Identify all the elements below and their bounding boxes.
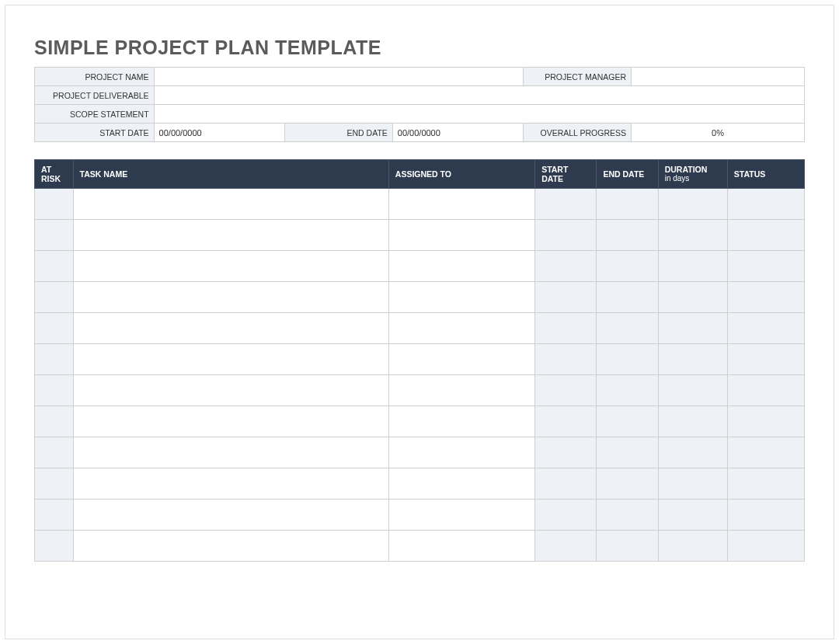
cell-assigned-to[interactable]	[388, 251, 534, 282]
cell-status[interactable]	[727, 282, 804, 313]
cell-status[interactable]	[727, 406, 804, 437]
cell-end-date[interactable]	[597, 406, 658, 437]
cell-at-risk[interactable]	[35, 437, 74, 468]
cell-duration[interactable]	[658, 468, 727, 500]
cell-at-risk[interactable]	[35, 282, 74, 313]
cell-end-date[interactable]	[597, 251, 658, 282]
cell-duration[interactable]	[658, 500, 727, 531]
cell-start-date[interactable]	[535, 468, 597, 500]
start-date-value[interactable]: 00/00/0000	[154, 124, 284, 142]
cell-end-date[interactable]	[597, 375, 658, 406]
cell-start-date[interactable]	[535, 437, 597, 468]
cell-duration[interactable]	[658, 220, 727, 251]
project-deliverable-label: PROJECT DELIVERABLE	[35, 86, 155, 105]
cell-duration[interactable]	[658, 189, 727, 220]
cell-status[interactable]	[727, 251, 804, 282]
cell-end-date[interactable]	[597, 437, 658, 468]
project-name-value[interactable]	[154, 68, 524, 86]
cell-start-date[interactable]	[535, 189, 597, 220]
cell-task-name[interactable]	[73, 313, 388, 344]
cell-task-name[interactable]	[73, 531, 388, 562]
cell-at-risk[interactable]	[35, 251, 74, 282]
cell-assigned-to[interactable]	[388, 468, 534, 500]
cell-start-date[interactable]	[535, 406, 597, 437]
cell-end-date[interactable]	[597, 282, 658, 313]
cell-assigned-to[interactable]	[388, 406, 534, 437]
cell-start-date[interactable]	[535, 344, 597, 375]
cell-start-date[interactable]	[535, 313, 597, 344]
cell-at-risk[interactable]	[35, 375, 74, 406]
page-title: SIMPLE PROJECT PLAN TEMPLATE	[34, 37, 805, 59]
cell-start-date[interactable]	[535, 220, 597, 251]
table-row	[35, 251, 805, 282]
cell-duration[interactable]	[658, 375, 727, 406]
cell-task-name[interactable]	[73, 189, 388, 220]
cell-duration[interactable]	[658, 531, 727, 562]
cell-duration[interactable]	[658, 282, 727, 313]
cell-end-date[interactable]	[597, 468, 658, 500]
cell-duration[interactable]	[658, 313, 727, 344]
cell-assigned-to[interactable]	[388, 375, 534, 406]
cell-status[interactable]	[727, 500, 804, 531]
cell-end-date[interactable]	[597, 531, 658, 562]
cell-end-date[interactable]	[597, 220, 658, 251]
cell-at-risk[interactable]	[35, 344, 74, 375]
cell-end-date[interactable]	[597, 313, 658, 344]
cell-at-risk[interactable]	[35, 406, 74, 437]
cell-assigned-to[interactable]	[388, 344, 534, 375]
cell-task-name[interactable]	[73, 500, 388, 531]
cell-status[interactable]	[727, 189, 804, 220]
cell-end-date[interactable]	[597, 500, 658, 531]
cell-end-date[interactable]	[597, 344, 658, 375]
cell-start-date[interactable]	[535, 375, 597, 406]
col-duration: DURATION in days	[658, 160, 727, 189]
project-manager-label: PROJECT MANAGER	[524, 68, 632, 86]
cell-task-name[interactable]	[73, 468, 388, 500]
cell-assigned-to[interactable]	[388, 220, 534, 251]
cell-assigned-to[interactable]	[388, 531, 534, 562]
end-date-value[interactable]: 00/00/0000	[392, 124, 523, 142]
table-row	[35, 468, 805, 500]
cell-status[interactable]	[727, 313, 804, 344]
cell-status[interactable]	[727, 468, 804, 500]
cell-start-date[interactable]	[535, 500, 597, 531]
cell-assigned-to[interactable]	[388, 282, 534, 313]
col-at-risk: AT RISK	[35, 160, 74, 189]
cell-status[interactable]	[727, 531, 804, 562]
cell-assigned-to[interactable]	[388, 437, 534, 468]
cell-status[interactable]	[727, 220, 804, 251]
project-manager-value[interactable]	[632, 68, 805, 86]
cell-status[interactable]	[727, 344, 804, 375]
col-duration-main: DURATION	[665, 165, 708, 174]
overall-progress-value[interactable]: 0%	[632, 124, 805, 142]
cell-status[interactable]	[727, 437, 804, 468]
cell-start-date[interactable]	[535, 251, 597, 282]
cell-duration[interactable]	[658, 406, 727, 437]
cell-start-date[interactable]	[535, 282, 597, 313]
cell-end-date[interactable]	[597, 189, 658, 220]
cell-status[interactable]	[727, 375, 804, 406]
cell-start-date[interactable]	[535, 531, 597, 562]
cell-at-risk[interactable]	[35, 500, 74, 531]
cell-assigned-to[interactable]	[388, 189, 534, 220]
cell-task-name[interactable]	[73, 251, 388, 282]
cell-at-risk[interactable]	[35, 313, 74, 344]
cell-task-name[interactable]	[73, 344, 388, 375]
cell-at-risk[interactable]	[35, 189, 74, 220]
cell-at-risk[interactable]	[35, 220, 74, 251]
cell-duration[interactable]	[658, 437, 727, 468]
cell-task-name[interactable]	[73, 375, 388, 406]
cell-duration[interactable]	[658, 344, 727, 375]
cell-assigned-to[interactable]	[388, 313, 534, 344]
cell-task-name[interactable]	[73, 406, 388, 437]
cell-at-risk[interactable]	[35, 468, 74, 500]
cell-task-name[interactable]	[73, 282, 388, 313]
cell-duration[interactable]	[658, 251, 727, 282]
cell-task-name[interactable]	[73, 220, 388, 251]
cell-assigned-to[interactable]	[388, 500, 534, 531]
cell-at-risk[interactable]	[35, 531, 74, 562]
meta-row-scope: SCOPE STATEMENT	[35, 105, 805, 124]
project-deliverable-value[interactable]	[154, 86, 804, 105]
scope-statement-value[interactable]	[154, 105, 804, 124]
cell-task-name[interactable]	[73, 437, 388, 468]
